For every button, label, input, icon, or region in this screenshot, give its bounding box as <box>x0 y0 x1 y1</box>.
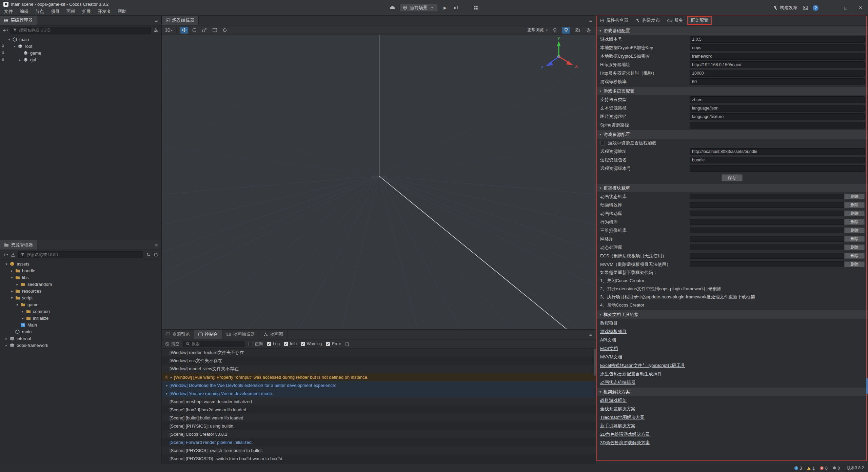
checkbox-checked-icon[interactable] <box>301 342 305 346</box>
asset-db-internal[interactable]: internal <box>0 335 161 342</box>
chevron-down-icon[interactable] <box>15 303 20 307</box>
section-game-basic[interactable]: 游戏基础配置 <box>596 26 868 35</box>
create-asset-button[interactable] <box>3 251 8 258</box>
camera-icon[interactable] <box>573 27 581 34</box>
console-warning-line[interactable]: [Window] [Vue warn]: Property "onInput" … <box>162 373 596 381</box>
checkbox-checked-icon[interactable] <box>284 342 288 346</box>
asset-folder-game[interactable]: game <box>0 301 161 308</box>
tab-animation-editor[interactable]: 动画编辑器 <box>222 330 259 339</box>
delete-button[interactable]: 删除 <box>844 194 865 199</box>
lang-texture-path-input[interactable] <box>690 113 865 120</box>
spine-path-input[interactable] <box>690 122 865 129</box>
chevron-right-icon[interactable] <box>15 282 20 286</box>
scene-viewport[interactable]: Y X Z <box>162 35 596 329</box>
http-timeout-input[interactable] <box>690 70 865 77</box>
asset-db-assets[interactable]: assets <box>0 260 161 267</box>
view-mode-dropdown[interactable]: 正常浏览 <box>527 27 548 33</box>
delete-button[interactable]: 删除 <box>844 219 865 225</box>
hierarchy-node-root[interactable]: root <box>0 43 161 50</box>
checkbox-icon[interactable] <box>249 342 253 346</box>
hierarchy-node-game[interactable]: game <box>0 50 161 56</box>
remote-version-input[interactable] <box>690 165 865 172</box>
link-strategy-framework[interactable]: 战棋游戏框架 <box>600 397 627 404</box>
delete-button[interactable]: 删除 <box>844 253 865 259</box>
scene-selector[interactable]: 当前场景 <box>400 4 438 12</box>
chevron-down-icon[interactable] <box>4 262 9 266</box>
asset-folder-libs[interactable]: libs <box>0 274 161 281</box>
checkbox-checked-icon[interactable] <box>326 342 330 346</box>
link-animator-editor[interactable]: 动画状态机编辑器 <box>600 379 635 386</box>
play-button[interactable] <box>441 4 449 12</box>
panel-menu-icon[interactable] <box>151 240 161 250</box>
tab-animation-graph[interactable]: 动画图 <box>259 330 288 339</box>
hierarchy-searchbox[interactable] <box>11 27 151 34</box>
section-solutions[interactable]: 框架解决方案 <box>596 388 868 396</box>
close-button[interactable] <box>853 0 868 16</box>
error-count[interactable]: 0 <box>820 466 828 471</box>
console-log-line[interactable]: [Window] ecs文件夹不存在 <box>162 357 596 365</box>
export-log-icon[interactable] <box>345 342 349 346</box>
console-log-line[interactable]: [Scene] [box2d]:box2d wasm lib loaded. <box>162 406 596 414</box>
menu-panel[interactable]: 面板 <box>63 8 79 15</box>
link-fullstack-solution[interactable]: 全栈开发解决方案 <box>600 406 635 412</box>
console-log-line[interactable]: [Scene] meshopt wasm decoder initialized <box>162 397 596 406</box>
console-info-line[interactable]: [Scene] Forward render pipeline initiali… <box>162 438 596 446</box>
crypto-key-input[interactable] <box>690 44 865 51</box>
scale-tool-icon[interactable] <box>201 27 209 34</box>
asset-folder-initialize[interactable]: initialize <box>0 315 161 321</box>
asset-folder-script[interactable]: script <box>0 294 161 301</box>
tab-service[interactable]: 服务 <box>664 16 687 25</box>
panel-menu-icon[interactable] <box>586 16 596 25</box>
remote-bundle-input[interactable] <box>690 157 865 163</box>
console-log-line[interactable]: [Window] model_view文件夹不存在 <box>162 365 596 373</box>
menu-help[interactable]: 帮助 <box>114 8 130 15</box>
link-hotupdate-plugin[interactable]: 原生包热更新配置自动生成插件 <box>600 371 662 377</box>
filter-warning-toggle[interactable]: Warning <box>301 341 322 346</box>
link-guide-solution[interactable]: 新手引导解决方案 <box>600 423 635 429</box>
refresh-icon[interactable] <box>153 251 159 258</box>
chevron-down-icon[interactable] <box>7 38 12 41</box>
rect-tool-icon[interactable] <box>211 27 219 34</box>
console-scrollbar[interactable] <box>594 349 596 376</box>
filter-error-toggle[interactable]: Error <box>326 341 341 346</box>
fps-input[interactable] <box>690 78 865 85</box>
menu-edit[interactable]: 编辑 <box>16 8 32 15</box>
clear-console-button[interactable]: 清空 <box>165 341 179 347</box>
tab-hierarchy[interactable]: 层级管理器 <box>0 16 37 25</box>
checkbox-checked-icon[interactable] <box>267 342 271 346</box>
asset-db-oops-framework[interactable]: oops-framework <box>0 342 161 349</box>
section-docs[interactable]: 框架文档工具链接 <box>596 310 868 319</box>
console-search-input[interactable] <box>192 341 242 346</box>
link-ecs-docs[interactable]: ECS文档 <box>600 346 618 352</box>
console-searchbox[interactable] <box>183 341 244 347</box>
lock-icon[interactable] <box>1 51 5 55</box>
import-asset-icon[interactable] <box>11 251 16 258</box>
chevron-right-icon[interactable] <box>20 316 25 320</box>
delete-button[interactable]: 删除 <box>844 244 865 250</box>
expand-arrow-icon[interactable] <box>169 375 174 379</box>
asset-folder-bundle[interactable]: bundle <box>0 267 161 274</box>
projection-3d-button[interactable]: 3D <box>165 28 173 33</box>
inspector-scrollbar[interactable] <box>866 378 868 394</box>
remote-url-input[interactable] <box>690 148 865 155</box>
log-count[interactable]: i 3 <box>794 466 802 471</box>
chevron-down-icon[interactable] <box>12 44 17 48</box>
layout-grid-icon[interactable] <box>472 4 479 12</box>
maximize-button[interactable] <box>838 0 853 16</box>
lock-icon[interactable] <box>1 44 5 48</box>
filter-log-toggle[interactable]: Log <box>267 341 280 346</box>
create-node-button[interactable] <box>3 27 8 34</box>
console-log-line[interactable]: [Scene] [PHYSICS]: switch from builtin t… <box>162 446 596 454</box>
help-icon[interactable]: ? <box>813 5 818 11</box>
link-tutorial-project[interactable]: 教程项目 <box>600 320 618 326</box>
menu-file[interactable]: 文件 <box>1 8 16 15</box>
console-info-line[interactable]: [Window] Download the Vue Devtools exten… <box>162 381 596 389</box>
link-mvvm-docs[interactable]: MVVM文档 <box>600 354 622 360</box>
warning-count[interactable]: ! 1 <box>807 466 815 471</box>
http-server-input[interactable] <box>690 61 865 68</box>
regex-toggle[interactable]: 正则 <box>249 341 263 347</box>
chevron-down-icon[interactable] <box>9 276 14 279</box>
minimize-button[interactable] <box>823 0 838 16</box>
expand-arrow-icon[interactable] <box>164 392 170 395</box>
languages-input[interactable] <box>690 96 865 103</box>
